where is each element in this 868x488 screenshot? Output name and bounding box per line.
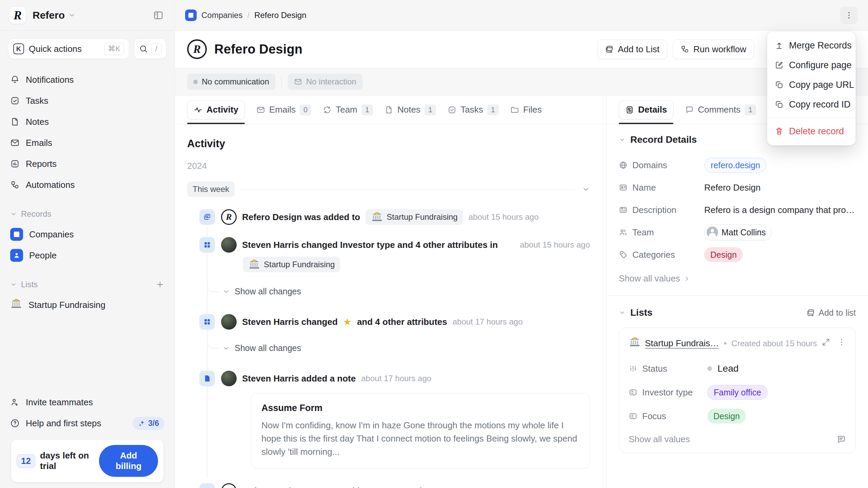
breadcrumb-section[interactable]: Companies xyxy=(201,11,242,20)
tab-count: 1 xyxy=(425,104,436,115)
lists-section-header[interactable]: Lists xyxy=(6,275,169,294)
list-chip[interactable]: Startup Fundraising xyxy=(366,209,463,225)
dots-vertical-icon[interactable] xyxy=(837,338,846,349)
activity-feed-scroll[interactable]: Activity 2024 This week R xyxy=(175,124,606,488)
configure-icon xyxy=(775,61,784,70)
company-avatar: R xyxy=(221,483,237,488)
tab-team[interactable]: Team1 xyxy=(323,104,373,115)
record-context-menu: Merge Records Configure page Copy page U… xyxy=(767,31,856,145)
detail-row-description[interactable]: Description Refero is a design company t… xyxy=(619,199,856,221)
run-workflow-button[interactable]: Run workflow xyxy=(673,39,754,59)
tab-emails[interactable]: Emails0 xyxy=(256,104,311,115)
feed-item-attributes-changed: Steven Harris changed ★ and 4 other attr… xyxy=(187,314,590,330)
domain-chip[interactable]: refero.design xyxy=(704,158,767,173)
team-member-chip[interactable]: Matt Collins xyxy=(704,224,772,240)
add-billing-button[interactable]: Add billing xyxy=(99,445,158,477)
sidebar-item-label: People xyxy=(29,250,57,261)
list-row-status[interactable]: Status Lead xyxy=(629,357,846,380)
add-list-icon[interactable] xyxy=(156,280,164,289)
chevron-down-icon xyxy=(222,345,230,352)
invite-icon xyxy=(10,397,20,407)
status-chips-strip: No communication No interaction xyxy=(175,68,868,96)
sidebar-item-label: Companies xyxy=(29,229,74,240)
show-all-values-link[interactable]: Show all values xyxy=(619,273,856,284)
sidebar-item-reports[interactable]: Reports xyxy=(6,153,169,174)
records-section-header[interactable]: Records xyxy=(6,204,169,224)
menu-item-copy-record-id[interactable]: Copy record ID xyxy=(767,95,855,114)
quick-actions-button[interactable]: K Quick actions ⌘K xyxy=(8,39,129,59)
menu-item-delete-record[interactable]: Delete record xyxy=(767,121,855,141)
feed-item-note-added: Steven Harris added a note about 17 hour… xyxy=(187,371,590,483)
list-entry-title[interactable]: Startup Fundrais… xyxy=(645,338,719,349)
detail-row-team[interactable]: Team Matt Collins xyxy=(619,221,856,243)
detail-row-categories[interactable]: Categories Design xyxy=(619,243,856,266)
user-avatar xyxy=(221,237,237,253)
activity-column: Activity Emails0 Team1 Notes1 Tasks1 xyxy=(175,96,606,488)
workspace-name[interactable]: Refero xyxy=(33,9,65,21)
investor-type-chip[interactable]: Family office xyxy=(707,385,768,400)
help-first-steps-button[interactable]: Help and first steps 3/6 xyxy=(6,413,169,434)
tab-activity[interactable]: Activity xyxy=(187,100,245,119)
sidebar-item-notes[interactable]: Notes xyxy=(6,111,169,132)
timestamp: about 17 hours ago xyxy=(432,486,502,488)
note-title: Assume Form xyxy=(261,403,579,413)
search-button[interactable]: / xyxy=(134,39,166,59)
select-icon xyxy=(629,412,637,421)
sidebar-item-emails[interactable]: Emails xyxy=(6,132,169,153)
chevron-down-icon[interactable] xyxy=(68,12,76,19)
lists-header-label: Lists xyxy=(21,280,38,289)
list-row-investor-type[interactable]: Investor type Family office xyxy=(629,380,846,404)
show-all-changes-link[interactable]: Show all changes xyxy=(222,343,590,353)
workspace-header: R Refero xyxy=(0,0,175,31)
show-all-changes-link[interactable]: Show all changes xyxy=(222,287,590,296)
workspace-logo[interactable]: R xyxy=(9,6,26,24)
timestamp: about 17 hours ago xyxy=(361,374,431,383)
menu-item-merge-records[interactable]: Merge Records xyxy=(767,36,855,55)
invite-label: Invite teammates xyxy=(26,397,93,408)
tab-tasks[interactable]: Tasks1 xyxy=(448,104,499,115)
tab-details[interactable]: Details xyxy=(619,100,673,119)
check-square-icon xyxy=(448,105,456,114)
menu-item-configure-page[interactable]: Configure page xyxy=(767,55,855,75)
tab-files[interactable]: Files xyxy=(510,104,542,115)
sidebar-item-companies[interactable]: Companies xyxy=(6,224,169,245)
chevron-down-icon[interactable] xyxy=(619,309,626,316)
add-to-list-button[interactable]: Add to List xyxy=(597,39,667,59)
focus-chip[interactable]: Design xyxy=(707,409,746,424)
note-card[interactable]: Assume Form Now I'm confiding, know I'm … xyxy=(251,393,590,468)
divider xyxy=(238,189,575,190)
tab-comments[interactable]: Comments1 xyxy=(685,104,756,115)
chevron-down-icon[interactable] xyxy=(582,185,590,193)
record-tabs: Activity Emails0 Team1 Notes1 Tasks1 xyxy=(175,96,606,124)
expand-icon[interactable] xyxy=(822,338,830,349)
add-to-list-button[interactable]: Add to list xyxy=(806,308,856,318)
grid-icon xyxy=(199,314,215,330)
detail-row-domains[interactable]: Domains refero.design xyxy=(619,154,856,176)
status-dot xyxy=(707,366,712,371)
list-row-focus[interactable]: Focus Design xyxy=(629,404,846,428)
sidebar-item-tasks[interactable]: Tasks xyxy=(6,90,169,111)
sidebar-item-automations[interactable]: Automations xyxy=(6,174,169,195)
show-all-values-link[interactable]: Show all values xyxy=(629,434,690,445)
category-chip[interactable]: Design xyxy=(704,247,743,262)
sidebar-item-notifications[interactable]: Notifications xyxy=(6,69,169,90)
list-chip[interactable]: Startup Fundraising xyxy=(243,257,340,272)
divider xyxy=(767,118,855,118)
sidebar-item-people[interactable]: People xyxy=(6,245,169,266)
page-menu-button[interactable] xyxy=(840,6,858,24)
invite-teammates-button[interactable]: Invite teammates xyxy=(6,392,169,413)
comment-icon[interactable] xyxy=(836,435,846,444)
communication-status-chip[interactable]: No communication xyxy=(187,74,275,90)
tab-count: 1 xyxy=(487,104,499,115)
period-pill[interactable]: This week xyxy=(187,181,235,197)
sidebar-item-startup-fundraising[interactable]: Startup Fundraising xyxy=(6,294,169,315)
sidebar-footer: Invite teammates Help and first steps 3/… xyxy=(0,392,175,488)
quick-actions-shortcut: ⌘K xyxy=(104,43,124,55)
details-scroll[interactable]: Record Details Domains refero.design Nam… xyxy=(607,124,868,488)
collapse-sidebar-icon[interactable] xyxy=(151,8,166,23)
interaction-status-chip[interactable]: No interaction xyxy=(288,74,362,90)
menu-item-copy-page-url[interactable]: Copy page URL xyxy=(767,75,855,95)
tab-notes[interactable]: Notes1 xyxy=(384,104,436,115)
detail-row-name[interactable]: Name Refero Design xyxy=(619,176,856,199)
tab-count: 1 xyxy=(745,104,756,115)
